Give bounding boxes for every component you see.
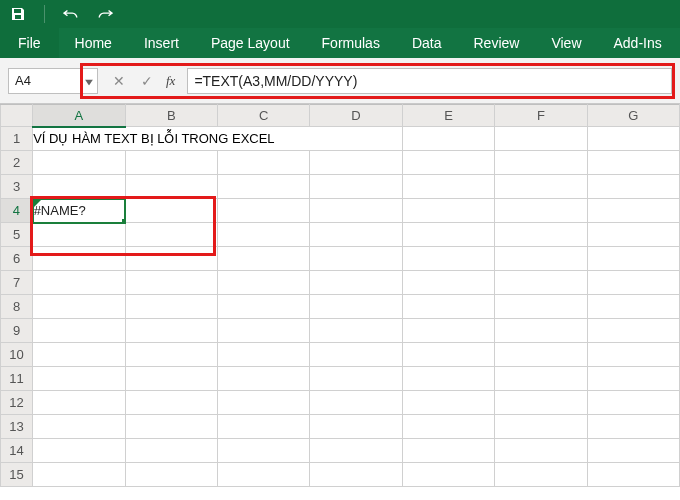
col-header-e[interactable]: E [402, 105, 494, 127]
cell[interactable] [33, 271, 125, 295]
formula-bar[interactable]: =TEXT(A3,MM/DD/YYYY) [187, 68, 672, 94]
cell[interactable] [125, 367, 217, 391]
row-header[interactable]: 14 [1, 439, 33, 463]
row-header[interactable]: 10 [1, 343, 33, 367]
cell[interactable] [310, 199, 402, 223]
row-header[interactable]: 11 [1, 367, 33, 391]
cell[interactable] [402, 367, 494, 391]
cell[interactable] [310, 223, 402, 247]
cell[interactable] [402, 463, 494, 487]
row-header[interactable]: 5 [1, 223, 33, 247]
cell[interactable] [217, 247, 309, 271]
tab-insert[interactable]: Insert [128, 28, 195, 58]
cell[interactable] [33, 175, 125, 199]
cell[interactable] [402, 175, 494, 199]
cell[interactable] [217, 439, 309, 463]
cell[interactable] [310, 415, 402, 439]
cell[interactable] [402, 151, 494, 175]
cell[interactable] [217, 151, 309, 175]
row-header[interactable]: 12 [1, 391, 33, 415]
cell[interactable] [495, 175, 587, 199]
tab-file[interactable]: File [0, 28, 59, 58]
cell[interactable] [587, 223, 679, 247]
row-header[interactable]: 8 [1, 295, 33, 319]
cell[interactable] [217, 391, 309, 415]
cell[interactable] [402, 439, 494, 463]
cell[interactable] [310, 319, 402, 343]
cell[interactable] [495, 247, 587, 271]
row-header[interactable]: 6 [1, 247, 33, 271]
cell[interactable] [33, 223, 125, 247]
tab-data[interactable]: Data [396, 28, 458, 58]
cell[interactable] [495, 439, 587, 463]
cell[interactable] [310, 175, 402, 199]
cell[interactable] [33, 295, 125, 319]
cell[interactable] [587, 367, 679, 391]
cell[interactable] [402, 247, 494, 271]
fx-icon[interactable]: fx [166, 73, 175, 89]
cell[interactable] [33, 391, 125, 415]
cell[interactable] [125, 463, 217, 487]
cell[interactable] [125, 415, 217, 439]
tab-view[interactable]: View [535, 28, 597, 58]
cell[interactable] [310, 367, 402, 391]
cell[interactable] [495, 271, 587, 295]
cell[interactable] [495, 319, 587, 343]
cell[interactable] [495, 295, 587, 319]
cell[interactable] [587, 247, 679, 271]
tab-addins[interactable]: Add-Ins [598, 28, 678, 58]
cell[interactable] [125, 199, 217, 223]
row-header[interactable]: 15 [1, 463, 33, 487]
cell[interactable] [125, 223, 217, 247]
save-icon[interactable] [10, 6, 26, 22]
col-header-d[interactable]: D [310, 105, 402, 127]
row-header[interactable]: 4 [1, 199, 33, 223]
cell[interactable] [125, 439, 217, 463]
merged-title-cell[interactable]: VÍ DỤ HÀM TEXT BỊ LỖI TRONG EXCEL [33, 127, 403, 151]
cell[interactable] [217, 343, 309, 367]
col-header-c[interactable]: C [217, 105, 309, 127]
cell[interactable] [125, 295, 217, 319]
cell[interactable] [33, 319, 125, 343]
cell[interactable] [587, 151, 679, 175]
cell[interactable] [217, 367, 309, 391]
cell[interactable] [310, 151, 402, 175]
name-box[interactable]: A4 [8, 68, 98, 94]
cell[interactable] [495, 223, 587, 247]
tab-formulas[interactable]: Formulas [306, 28, 396, 58]
cell[interactable] [217, 319, 309, 343]
row-header[interactable]: 1 [1, 127, 33, 151]
cell[interactable] [310, 439, 402, 463]
cell[interactable] [217, 415, 309, 439]
cell[interactable] [125, 271, 217, 295]
col-header-a[interactable]: A [33, 105, 125, 127]
chevron-down-icon[interactable] [85, 73, 93, 88]
confirm-formula-button[interactable]: ✓ [138, 73, 156, 89]
undo-icon[interactable] [63, 6, 79, 22]
cell[interactable] [402, 295, 494, 319]
cell[interactable] [125, 151, 217, 175]
cell[interactable] [402, 127, 494, 151]
cell[interactable] [402, 319, 494, 343]
cell[interactable] [310, 391, 402, 415]
col-header-g[interactable]: G [587, 105, 679, 127]
cell[interactable] [125, 175, 217, 199]
cell[interactable] [495, 199, 587, 223]
cell[interactable] [217, 271, 309, 295]
cell[interactable] [310, 247, 402, 271]
row-header[interactable]: 7 [1, 271, 33, 295]
cell[interactable] [587, 127, 679, 151]
cell[interactable] [587, 199, 679, 223]
fill-handle[interactable] [122, 219, 126, 223]
cell[interactable] [33, 415, 125, 439]
cell[interactable] [125, 319, 217, 343]
cell[interactable] [33, 247, 125, 271]
cell[interactable] [587, 391, 679, 415]
cell[interactable] [33, 367, 125, 391]
cell[interactable] [33, 463, 125, 487]
cancel-formula-button[interactable]: ✕ [110, 73, 128, 89]
spreadsheet-grid[interactable]: A B C D E F G 1VÍ DỤ HÀM TEXT BỊ LỖI TRO… [0, 104, 680, 487]
cell[interactable] [310, 343, 402, 367]
cell[interactable] [587, 175, 679, 199]
cell[interactable] [125, 343, 217, 367]
